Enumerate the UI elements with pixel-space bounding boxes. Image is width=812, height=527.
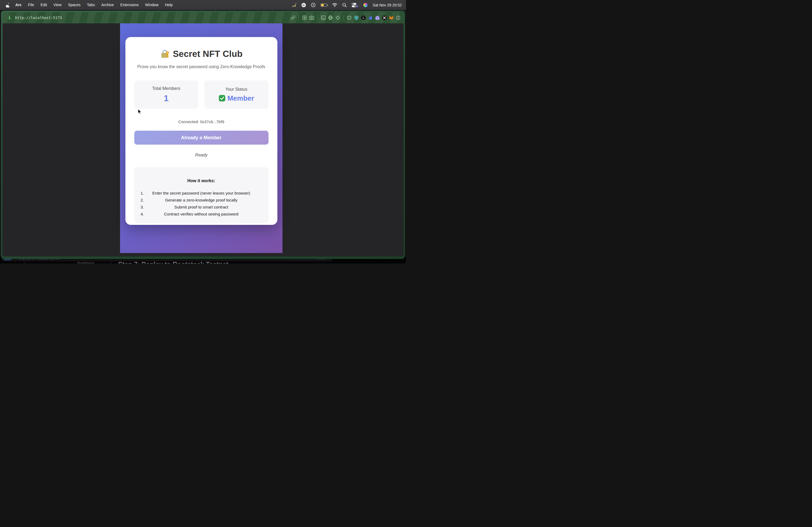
site-info-icon[interactable]: i [8, 15, 11, 20]
zk-membership-card: Secret NFT Club Prove you know the secre… [126, 37, 277, 225]
mouse-cursor [137, 108, 142, 116]
wifi-icon[interactable] [332, 3, 337, 7]
menu-archive[interactable]: Archive [98, 0, 117, 10]
grammarly-icon[interactable]: G [302, 3, 306, 7]
step-number: 1. [141, 190, 144, 197]
menu-bar-clock[interactable]: Sat Nov 29 20:52 [373, 3, 402, 7]
locked-with-key-icon [160, 49, 170, 59]
stats-row: Total Members 1 Your Status Member [134, 80, 269, 109]
step-2: 2. Generate a zero-knowledge proof local… [134, 197, 269, 204]
desktop: Arc File Edit View Spaces Tabs Archive E… [0, 0, 406, 264]
step-text: Contract verifies without seeing passwor… [134, 211, 269, 217]
play-circle-icon[interactable] [311, 3, 316, 7]
split-view-icon[interactable] [396, 15, 400, 20]
status-text: Ready [134, 153, 269, 157]
divider [24, 261, 25, 264]
background-doc-tab-title[interactable]: Symbiosis [51, 261, 121, 264]
total-members-value: 1 [164, 93, 169, 103]
spotlight-search-icon[interactable] [342, 3, 347, 7]
globe-icon[interactable] [328, 15, 333, 20]
camera-icon[interactable] [309, 15, 314, 20]
member-status-value: Member [228, 94, 254, 103]
menu-edit[interactable]: Edit [38, 0, 50, 10]
terminal-icon[interactable] [321, 15, 326, 20]
menu-tabs[interactable]: Tabs [84, 0, 98, 10]
apple-menu[interactable] [4, 3, 12, 7]
battery-icon[interactable] [321, 3, 327, 7]
step-text: Enter the secret password (never leaves … [134, 190, 269, 197]
menu-help[interactable]: Help [162, 0, 176, 10]
screenshot-icon[interactable] [302, 15, 307, 20]
menu-window[interactable]: Window [142, 0, 162, 10]
menu-file[interactable]: File [25, 0, 37, 10]
step-number: 2. [141, 197, 144, 204]
phantom-wallet-icon[interactable] [375, 16, 380, 20]
menu-view[interactable]: View [50, 0, 64, 10]
step-number: 3. [141, 204, 144, 211]
macos-menu-bar: Arc File Edit View Spaces Tabs Archive E… [0, 0, 406, 10]
step-number: 4. [141, 211, 144, 217]
browser-toolbar-icons: ℒ [291, 15, 400, 20]
stat-label: Total Members [152, 86, 180, 91]
total-members-stat: Total Members 1 [134, 80, 199, 109]
how-it-works-title: How it works: [134, 178, 269, 183]
connected-address: Connected: 0x37cb...7bf9 [134, 119, 269, 124]
menu-extensions[interactable]: Extensions [117, 0, 142, 10]
how-it-works-steps: 1. Enter the secret password (never leav… [134, 190, 269, 217]
privacy-shield-icon[interactable] [354, 16, 359, 20]
check-mark-icon [219, 95, 226, 102]
step-4: 4. Contract verifies without seeing pass… [134, 211, 269, 217]
extensions-puzzle-icon[interactable] [347, 15, 352, 20]
toolbar-separator [299, 15, 299, 20]
already-member-button[interactable]: Already a Member [134, 131, 269, 145]
arc-browser-window: i http://localhost:5173 [1, 11, 405, 259]
step-text: Generate a zero-knowledge proof locally [134, 197, 269, 204]
page-subtitle: Prove you know the secret password using… [134, 64, 269, 69]
metamask-icon[interactable] [389, 16, 394, 20]
page-title-text: Secret NFT Club [173, 49, 243, 59]
step-3: 3. Submit proof to smart contract [134, 204, 269, 211]
step-text: Submit proof to smart contract [134, 204, 269, 211]
stat-label: Your Status [225, 87, 247, 92]
control-center-icon[interactable] [352, 3, 358, 7]
how-it-works-box: How it works: 1. Enter the secret passwo… [134, 167, 269, 223]
target-icon[interactable] [335, 15, 340, 20]
address-url[interactable]: http://localhost:5173 [15, 16, 62, 20]
loom-icon[interactable]: ℒ [361, 16, 366, 20]
x-app-icon[interactable] [382, 16, 387, 20]
menu-app-name[interactable]: Arc [12, 0, 25, 10]
page-title: Secret NFT Club [134, 49, 269, 59]
apple-icon [6, 3, 10, 7]
secret-nft-club-page: Secret NFT Club Prove you know the secre… [120, 23, 282, 253]
background-doc-heading: Step 7: Deploy to Rootstock Testnet [118, 260, 228, 264]
url-bar[interactable]: i http://localhost:5173 [2, 12, 404, 23]
toolbar-separator [317, 15, 318, 20]
your-status-stat: Your Status Member [204, 80, 269, 109]
step-1: 1. Enter the secret password (never leav… [134, 190, 269, 197]
browser-content: Secret NFT Club Prove you know the secre… [2, 23, 404, 257]
menu-spaces[interactable]: Spaces [65, 0, 84, 10]
rabbit-wallet-icon[interactable] [368, 16, 373, 20]
stocks-chart-icon[interactable] [292, 3, 296, 7]
copy-link-icon[interactable] [291, 15, 295, 20]
siri-icon[interactable] [363, 3, 367, 7]
